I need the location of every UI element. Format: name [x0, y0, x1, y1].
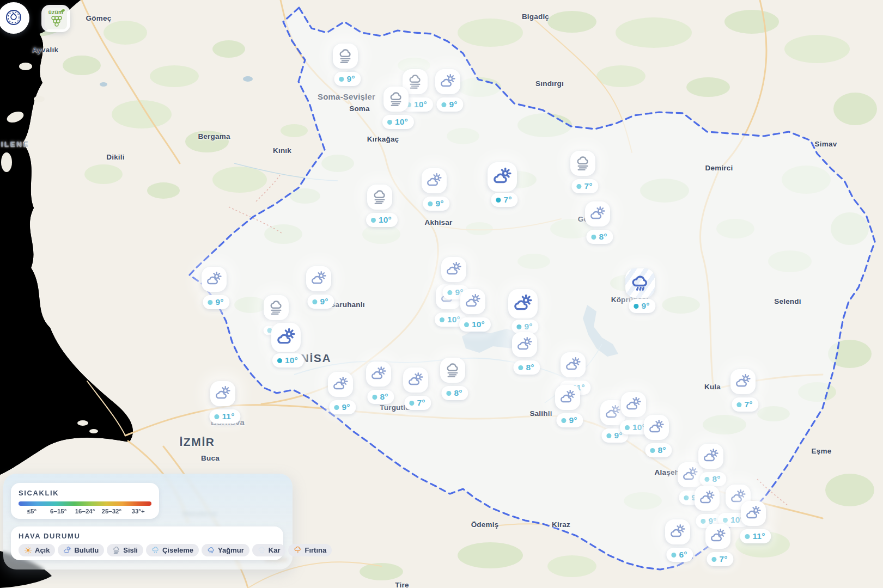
- temperature-dot-icon: [606, 433, 611, 438]
- weather-marker-cloud-sun[interactable]: [698, 444, 723, 469]
- temperature-badge[interactable]: 8°: [367, 390, 394, 404]
- weather-marker-cloud-sun[interactable]: [460, 289, 485, 314]
- weather-marker-cloud-sun[interactable]: [422, 168, 447, 193]
- temperature-dot-icon: [371, 218, 376, 223]
- temperature-badge[interactable]: 9°: [334, 72, 361, 86]
- temperature-badge[interactable]: 8°: [645, 443, 672, 457]
- weather-filter-bulutlu[interactable]: Bulutlu: [58, 544, 104, 556]
- temperature-badge[interactable]: 8°: [699, 472, 726, 486]
- weather-marker-cloud-sun[interactable]: [705, 524, 730, 549]
- weather-marker-cloud-sun[interactable]: [644, 415, 669, 440]
- weather-marker-cloud-sun[interactable]: [741, 501, 766, 526]
- temperature-value: 9°: [449, 100, 457, 109]
- cloud-sun-icon: [735, 373, 751, 390]
- temperature-badge[interactable]: 10°: [272, 353, 304, 367]
- temperature-dot-icon: [446, 391, 451, 396]
- weather-marker-cloud-sun[interactable]: [202, 267, 227, 292]
- weather-marker-cloud-sun[interactable]: [561, 352, 586, 377]
- weather-marker-fog[interactable]: [440, 358, 465, 383]
- temperature-badge[interactable]: 6°: [666, 548, 693, 562]
- temperature-value: 9°: [524, 322, 532, 332]
- cloud-sun-icon: [310, 271, 327, 287]
- weather-marker-cloud-sun[interactable]: [555, 385, 580, 410]
- weather-filter-f-rt-na[interactable]: Fırtına: [288, 544, 332, 556]
- weather-marker-cloud-sun[interactable]: [488, 162, 517, 192]
- uzum-logo-button[interactable]: üzüm: [41, 5, 70, 32]
- weather-marker-cloud-sun[interactable]: [508, 289, 538, 318]
- weather-marker-cloud-sun[interactable]: [512, 332, 537, 357]
- temperature-badge[interactable]: 7°: [491, 193, 517, 207]
- weather-marker-fog[interactable]: [383, 87, 409, 112]
- temperature-value: 9°: [346, 74, 355, 84]
- temperature-badge[interactable]: 10°: [366, 213, 398, 227]
- temperature-value: 9°: [320, 297, 328, 307]
- temperature-scale-label: ≤5°: [19, 508, 45, 514]
- temperature-dot-icon: [518, 365, 523, 370]
- weather-marker-cloud-sun[interactable]: [621, 392, 646, 417]
- storm-icon: [294, 546, 302, 554]
- weather-marker-cloud-sun[interactable]: [730, 369, 756, 394]
- weather-filter-ya-mur[interactable]: Yağmur: [202, 544, 249, 556]
- temperature-dot-icon: [591, 235, 596, 240]
- temperature-value: 7°: [417, 398, 425, 408]
- temperature-dot-icon: [496, 198, 501, 203]
- weather-filter-sisli[interactable]: Sisli: [107, 544, 143, 556]
- cloud-sun-icon: [465, 293, 481, 310]
- weather-filter-a-k[interactable]: Açık: [19, 544, 55, 556]
- temperature-badge[interactable]: 9°: [307, 295, 334, 309]
- temperature-badge[interactable]: 9°: [329, 400, 356, 414]
- temperature-badge[interactable]: 8°: [586, 230, 613, 244]
- temperature-dot-icon: [576, 184, 581, 189]
- weather-marker-cloud-sun[interactable]: [210, 381, 235, 406]
- temperature-value: 9°: [569, 415, 577, 425]
- weather-marker-rain[interactable]: [625, 268, 655, 298]
- temperature-dot-icon: [464, 322, 469, 327]
- temperature-value: 10°: [472, 320, 485, 329]
- weather-marker-cloud-sun[interactable]: [306, 266, 331, 291]
- weather-marker-cloud-sun[interactable]: [441, 257, 466, 282]
- temperature-dot-icon: [214, 414, 219, 419]
- weather-marker-cloud-sun[interactable]: [585, 201, 610, 226]
- temperature-badge[interactable]: 10°: [459, 317, 491, 332]
- weather-marker-cloud-sun[interactable]: [435, 69, 460, 94]
- temperature-badge[interactable]: 7°: [404, 396, 431, 410]
- fog-icon: [112, 546, 120, 554]
- weather-filter-kar[interactable]: Kar: [252, 544, 286, 556]
- temperature-badge[interactable]: 10°: [382, 115, 414, 129]
- temperature-badge[interactable]: 9°: [423, 197, 449, 211]
- temperature-badge[interactable]: 9°: [556, 413, 583, 427]
- temperature-badge[interactable]: 9°: [203, 295, 229, 309]
- temperature-badge[interactable]: 9°: [629, 299, 655, 313]
- weather-marker-fog[interactable]: [264, 295, 289, 320]
- meteorology-logo-icon: [5, 9, 22, 27]
- temperature-badge[interactable]: 11°: [209, 409, 240, 424]
- cloud-sun-icon: [605, 405, 621, 421]
- weather-filter-iseleme[interactable]: Çiseleme: [146, 544, 199, 556]
- temperature-badge[interactable]: 8°: [441, 386, 468, 400]
- temperature-badge[interactable]: 11°: [740, 529, 771, 543]
- temperature-badge[interactable]: 7°: [732, 397, 758, 412]
- weather-marker-cloud-sun[interactable]: [366, 362, 391, 387]
- weather-marker-cloud-sun[interactable]: [328, 372, 353, 397]
- weather-marker-cloud-sun[interactable]: [271, 323, 301, 352]
- weather-marker-cloud-sun[interactable]: [678, 462, 703, 487]
- weather-filter-label: Fırtına: [305, 546, 326, 554]
- weather-marker-cloud-sun[interactable]: [403, 367, 428, 393]
- temperature-dot-icon: [745, 534, 750, 539]
- fog-icon: [444, 362, 461, 378]
- temperature-value: 9°: [215, 297, 223, 307]
- weather-map-app: GömeçAyvalıkBigadiçSındırgıSimavDemirciD…: [0, 0, 883, 588]
- weather-filter-label: Kar: [269, 546, 281, 554]
- temperature-badge[interactable]: 7°: [571, 179, 598, 193]
- temperature-scale-label: 33°+: [125, 508, 151, 514]
- cloud-sun-icon: [559, 389, 576, 406]
- temperature-badge[interactable]: 9°: [436, 97, 463, 112]
- weather-marker-cloud-sun[interactable]: [665, 519, 690, 544]
- temperature-badge[interactable]: 7°: [707, 552, 733, 566]
- weather-marker-fog[interactable]: [367, 185, 392, 210]
- weather-marker-fog[interactable]: [570, 151, 595, 176]
- weather-marker-cloud-sun[interactable]: [695, 486, 720, 511]
- weather-marker-fog[interactable]: [333, 44, 358, 69]
- weather-filter-card: HAVA DURUMU Açık Bulutlu SisliÇiseleme Y…: [11, 526, 283, 560]
- temperature-badge[interactable]: 8°: [513, 360, 540, 375]
